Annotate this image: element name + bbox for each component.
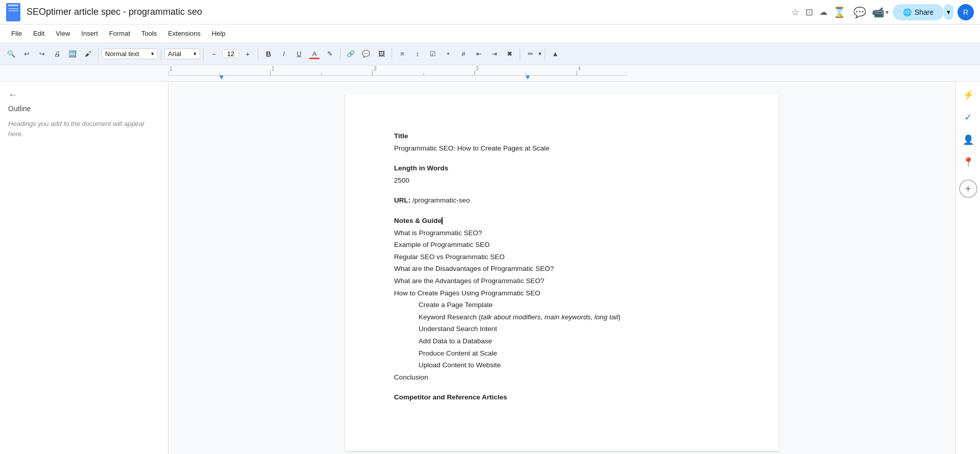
- menu-insert[interactable]: Insert: [76, 28, 103, 39]
- sub-item-0-text: Create a Page Template: [419, 301, 493, 309]
- outline-item-5[interactable]: How to Create Pages Using Programmatic S…: [394, 288, 730, 299]
- line-spacing-tool[interactable]: ↕: [410, 47, 425, 61]
- spacer-3: [394, 207, 730, 215]
- tasks-icon[interactable]: ✓: [959, 108, 977, 127]
- add-apps-button[interactable]: +: [959, 180, 977, 198]
- undo-tool[interactable]: ↩: [19, 47, 34, 61]
- history-icon[interactable]: ⌛: [831, 4, 848, 20]
- sidebar: ← Outline Headings you add to the docume…: [0, 82, 168, 454]
- share-button[interactable]: 🌐 Share: [893, 4, 944, 20]
- share-dropdown-button[interactable]: ▾: [944, 4, 953, 20]
- spell-check-tool[interactable]: 🔤: [65, 47, 80, 61]
- meet-icon[interactable]: 📹▾: [872, 4, 889, 20]
- folder-icon[interactable]: ⊡: [805, 7, 813, 18]
- outline-item-4[interactable]: What are the Advantages of Programmatic …: [394, 275, 730, 287]
- bullet-list-tool[interactable]: ⁍: [441, 47, 455, 61]
- print-tool[interactable]: 🖨: [50, 47, 64, 61]
- title-text: Programmatic SEO: How to Create Pages at…: [394, 144, 550, 152]
- ruler: 1 1 2 3 4: [0, 65, 980, 82]
- length-value-line[interactable]: 2500: [394, 175, 730, 186]
- indent-inc-tool[interactable]: ⇥: [487, 47, 501, 61]
- underline-tool[interactable]: U: [292, 47, 306, 61]
- font-style-dropdown[interactable]: Normal text ▾: [102, 48, 158, 59]
- menu-edit[interactable]: Edit: [28, 28, 50, 39]
- outline-item-2[interactable]: Regular SEO vs Programmatic SEO: [394, 251, 730, 263]
- conclusion-text: Conclusion: [394, 373, 428, 381]
- indent-dec-tool[interactable]: ⇤: [472, 47, 486, 61]
- outline-item-3[interactable]: What are the Disadvantages of Programmat…: [394, 263, 730, 274]
- conclusion-line[interactable]: Conclusion: [394, 372, 730, 383]
- link-tool[interactable]: 🔗: [344, 47, 358, 61]
- text-color-tool[interactable]: A: [307, 47, 322, 61]
- menu-help[interactable]: Help: [207, 28, 231, 39]
- title-icon-group: ☆ ⊡ ☁: [791, 7, 827, 18]
- num-list-tool[interactable]: #: [456, 47, 471, 61]
- comment-tool[interactable]: 💬: [359, 47, 373, 61]
- chat-icon[interactable]: 💬: [852, 4, 868, 20]
- collapse-toolbar[interactable]: ▲: [548, 47, 562, 61]
- sub-item-1[interactable]: Keyword Research (talk about modifiers, …: [394, 312, 730, 323]
- sub-item-5[interactable]: Upload Content to Website: [394, 360, 730, 371]
- outline-item-1[interactable]: Example of Programmatic SEO: [394, 239, 730, 250]
- sub-item-4-text: Produce Content at Scale: [419, 349, 497, 357]
- menu-extensions[interactable]: Extensions: [163, 28, 206, 39]
- menu-tools[interactable]: Tools: [136, 28, 162, 39]
- font-size-increase[interactable]: +: [240, 47, 255, 61]
- notes-label-line[interactable]: Notes & Guide: [394, 215, 730, 226]
- paint-format-tool[interactable]: 🖌: [81, 47, 95, 61]
- font-size-box: [222, 49, 239, 58]
- user-avatar[interactable]: R: [958, 4, 974, 20]
- url-label: URL:: [394, 196, 410, 204]
- menu-file[interactable]: File: [6, 28, 27, 39]
- document-area[interactable]: Title Programmatic SEO: How to Create Pa…: [168, 82, 955, 454]
- menu-format[interactable]: Format: [104, 28, 135, 39]
- checklist-tool[interactable]: ☑: [426, 47, 440, 61]
- font-size-input[interactable]: [223, 50, 239, 58]
- sub-item-5-text: Upload Content to Website: [419, 361, 501, 369]
- toolbar-sep-2: [161, 48, 161, 60]
- toolbar-sep-6: [391, 48, 392, 60]
- svg-text:1: 1: [169, 66, 173, 71]
- italic-tool[interactable]: I: [277, 47, 291, 61]
- clear-format-tool[interactable]: ✖: [502, 47, 517, 61]
- document-title[interactable]: SEOptimer article spec - programmatic se…: [27, 7, 787, 17]
- length-label: Length in Words: [394, 164, 448, 172]
- bold-tool[interactable]: B: [261, 47, 276, 61]
- redo-tool[interactable]: ↪: [35, 47, 49, 61]
- maps-icon[interactable]: 📍: [959, 153, 977, 171]
- main-layout: ← Outline Headings you add to the docume…: [0, 82, 980, 454]
- image-tool[interactable]: 🖼: [374, 47, 388, 61]
- outline-hint: Headings you add to the document will ap…: [8, 119, 160, 139]
- google-docs-icon: [6, 3, 20, 21]
- sub-item-0[interactable]: Create a Page Template: [394, 299, 730, 311]
- edit-mode-tool[interactable]: ✏: [523, 47, 537, 61]
- document-page[interactable]: Title Programmatic SEO: How to Create Pa…: [345, 94, 779, 451]
- highlight-tool[interactable]: ✎: [323, 47, 337, 61]
- font-size-decrease[interactable]: −: [207, 47, 221, 61]
- length-label-line: Length in Words: [394, 163, 730, 174]
- sub-item-3-text: Add Data to a Database: [419, 337, 492, 345]
- contacts-icon[interactable]: 👤: [959, 131, 977, 149]
- cloud-icon[interactable]: ☁: [819, 7, 827, 17]
- text-cursor: [442, 217, 443, 224]
- sub-item-3[interactable]: Add Data to a Database: [394, 336, 730, 347]
- sub-item-2[interactable]: Understand Search Intent: [394, 323, 730, 335]
- svg-text:3: 3: [476, 66, 479, 71]
- svg-marker-16: [526, 75, 530, 80]
- ruler-inner: 1 1 2 3 4: [168, 65, 980, 81]
- notifications-icon[interactable]: ⚡: [959, 86, 977, 104]
- font-name-dropdown[interactable]: Arial ▾: [164, 48, 200, 59]
- title-right-group: ⌛ 💬 📹▾ 🌐 Share ▾ R: [831, 4, 974, 20]
- spacer-1: [394, 155, 730, 163]
- sidebar-back-button[interactable]: ←: [8, 90, 160, 100]
- url-line[interactable]: URL: /programmatic-seo: [394, 195, 730, 206]
- align-tool[interactable]: ≡: [395, 47, 409, 61]
- competitor-line[interactable]: Competitor and Reference Articles: [394, 392, 730, 403]
- star-icon[interactable]: ☆: [791, 7, 799, 18]
- search-tool[interactable]: 🔍: [4, 47, 18, 61]
- sub-item-4[interactable]: Produce Content at Scale: [394, 348, 730, 359]
- title-text-line[interactable]: Programmatic SEO: How to Create Pages at…: [394, 143, 730, 154]
- menu-view[interactable]: View: [51, 28, 75, 39]
- back-arrow-icon: ←: [8, 90, 17, 100]
- outline-item-0[interactable]: What is Programmatic SEO?: [394, 228, 730, 239]
